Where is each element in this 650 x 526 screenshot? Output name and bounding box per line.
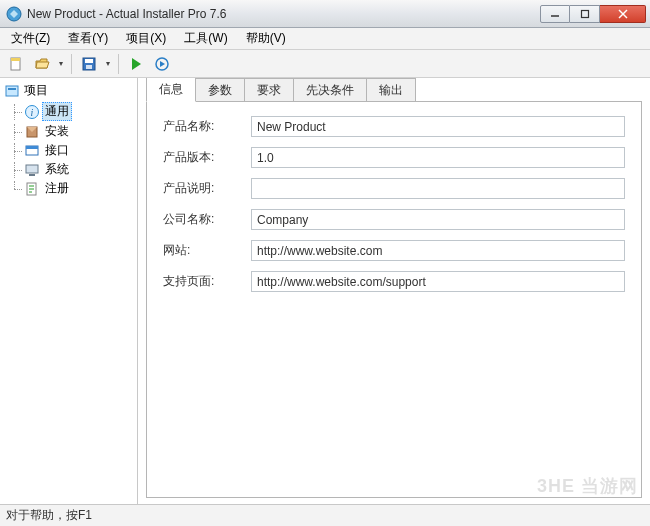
maximize-button[interactable] xyxy=(570,5,600,23)
tab-panel-info: 产品名称: 产品版本: 产品说明: 公司名称: 网站: 支持页面: xyxy=(146,101,642,498)
svg-text:i: i xyxy=(31,107,34,118)
status-bar: 对于帮助，按F1 xyxy=(0,504,650,526)
main-area: 项目 i 通用 安装 接口 系统 xyxy=(0,78,650,504)
menu-file[interactable]: 文件(Z) xyxy=(2,27,59,50)
support-page-input[interactable] xyxy=(251,271,625,292)
open-button[interactable] xyxy=(30,52,54,76)
product-description-input[interactable] xyxy=(251,178,625,199)
sidebar-item-install[interactable]: 安装 xyxy=(4,122,137,141)
new-button[interactable] xyxy=(4,52,28,76)
content-area: 信息 参数 要求 先决条件 输出 产品名称: 产品版本: 产品说明: 公司名称: xyxy=(138,78,650,504)
svg-rect-8 xyxy=(85,59,93,63)
menu-project[interactable]: 项目(X) xyxy=(117,27,175,50)
close-button[interactable] xyxy=(600,5,646,23)
svg-rect-18 xyxy=(26,165,38,173)
svg-rect-6 xyxy=(11,58,20,61)
interface-icon xyxy=(24,143,40,159)
sidebar-item-register[interactable]: 注册 xyxy=(4,179,137,198)
window-title: New Product - Actual Installer Pro 7.6 xyxy=(27,7,540,21)
svg-rect-2 xyxy=(581,10,588,17)
product-version-label: 产品版本: xyxy=(163,149,251,166)
install-icon xyxy=(24,124,40,140)
tab-params[interactable]: 参数 xyxy=(195,78,245,102)
sidebar-item-label: 安装 xyxy=(42,123,72,140)
tab-requirements[interactable]: 要求 xyxy=(244,78,294,102)
open-dropdown[interactable]: ▾ xyxy=(56,59,66,68)
toolbar: ▾ ▾ xyxy=(0,50,650,78)
sidebar-item-interface[interactable]: 接口 xyxy=(4,141,137,160)
product-name-label: 产品名称: xyxy=(163,118,251,135)
project-icon xyxy=(4,83,20,99)
menu-help[interactable]: 帮助(V) xyxy=(237,27,295,50)
svg-rect-12 xyxy=(8,88,16,90)
sidebar-item-system[interactable]: 系统 xyxy=(4,160,137,179)
sidebar-item-label: 接口 xyxy=(42,142,72,159)
build-button[interactable] xyxy=(150,52,174,76)
tree-root[interactable]: 项目 xyxy=(0,80,137,101)
run-button[interactable] xyxy=(124,52,148,76)
title-bar: New Product - Actual Installer Pro 7.6 xyxy=(0,0,650,28)
sidebar-item-label: 通用 xyxy=(42,102,72,121)
product-name-input[interactable] xyxy=(251,116,625,137)
svg-rect-17 xyxy=(26,146,38,149)
info-icon: i xyxy=(24,104,40,120)
sidebar-item-label: 注册 xyxy=(42,180,72,197)
sidebar-item-label: 系统 xyxy=(42,161,72,178)
window-controls xyxy=(540,5,646,23)
company-name-label: 公司名称: xyxy=(163,211,251,228)
tree-root-label: 项目 xyxy=(24,82,48,99)
website-input[interactable] xyxy=(251,240,625,261)
svg-rect-11 xyxy=(6,86,18,96)
save-button[interactable] xyxy=(77,52,101,76)
register-icon xyxy=(24,181,40,197)
svg-rect-9 xyxy=(86,65,92,69)
tab-strip: 信息 参数 要求 先决条件 输出 xyxy=(146,80,642,102)
minimize-button[interactable] xyxy=(540,5,570,23)
product-description-label: 产品说明: xyxy=(163,180,251,197)
system-icon xyxy=(24,162,40,178)
product-version-input[interactable] xyxy=(251,147,625,168)
save-dropdown[interactable]: ▾ xyxy=(103,59,113,68)
menu-bar: 文件(Z) 查看(Y) 项目(X) 工具(W) 帮助(V) xyxy=(0,28,650,50)
website-label: 网站: xyxy=(163,242,251,259)
app-icon xyxy=(6,6,22,22)
tab-prerequisites[interactable]: 先决条件 xyxy=(293,78,367,102)
menu-view[interactable]: 查看(Y) xyxy=(59,27,117,50)
support-page-label: 支持页面: xyxy=(163,273,251,290)
status-text: 对于帮助，按F1 xyxy=(6,507,92,524)
tab-info[interactable]: 信息 xyxy=(146,78,196,102)
toolbar-separator-2 xyxy=(118,54,119,74)
toolbar-separator xyxy=(71,54,72,74)
svg-rect-19 xyxy=(29,174,35,176)
sidebar: 项目 i 通用 安装 接口 系统 xyxy=(0,78,138,504)
menu-tools[interactable]: 工具(W) xyxy=(175,27,236,50)
tab-output[interactable]: 输出 xyxy=(366,78,416,102)
company-name-input[interactable] xyxy=(251,209,625,230)
sidebar-item-general[interactable]: i 通用 xyxy=(4,101,137,122)
